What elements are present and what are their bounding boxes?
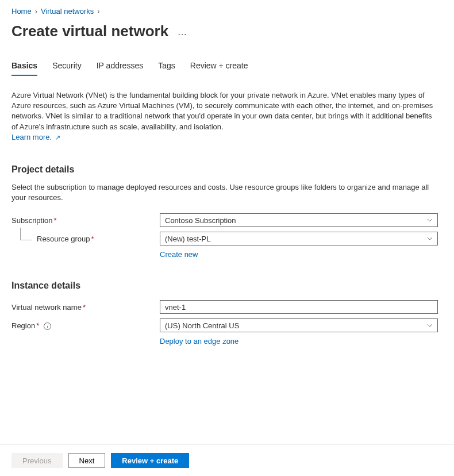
create-new-rg-link[interactable]: Create new — [160, 250, 198, 259]
chevron-down-icon — [427, 235, 433, 243]
tab-tags[interactable]: Tags — [158, 61, 175, 76]
resource-group-label: Resource group* — [11, 235, 160, 243]
project-details-heading: Project details — [11, 164, 443, 175]
tab-bar: Basics Security IP addresses Tags Review… — [11, 61, 443, 76]
tab-basics[interactable]: Basics — [11, 61, 37, 76]
chevron-right-icon: › — [35, 7, 37, 16]
tree-indent-icon — [20, 228, 32, 240]
tab-ip-addresses[interactable]: IP addresses — [97, 61, 143, 76]
subscription-label: Subscription* — [11, 216, 160, 225]
previous-button: Previous — [11, 453, 63, 468]
review-create-button[interactable]: Review + create — [111, 453, 189, 468]
page-title: Create virtual network — [11, 22, 168, 40]
instance-details-heading: Instance details — [11, 281, 443, 291]
chevron-down-icon — [427, 216, 433, 225]
intro-body: Azure Virtual Network (VNet) is the fund… — [11, 91, 433, 131]
more-actions-button[interactable]: ⋯ — [178, 29, 187, 39]
vnet-name-label: Virtual network name* — [11, 303, 160, 312]
footer-actions: Previous Next Review + create — [0, 444, 454, 476]
tab-security[interactable]: Security — [52, 61, 82, 76]
breadcrumb-home[interactable]: Home — [11, 7, 32, 16]
info-icon[interactable]: i — [44, 323, 51, 330]
region-select[interactable]: (US) North Central US — [160, 318, 438, 332]
region-label: Region* i — [11, 321, 160, 331]
subscription-value: Contoso Subscription — [165, 216, 236, 225]
subscription-select[interactable]: Contoso Subscription — [160, 213, 438, 227]
chevron-down-icon — [427, 321, 433, 330]
resource-group-select[interactable]: (New) test-PL — [160, 232, 438, 245]
resource-group-value: (New) test-PL — [165, 235, 210, 243]
tab-review-create[interactable]: Review + create — [190, 61, 248, 76]
intro-text: Azure Virtual Network (VNet) is the fund… — [11, 90, 437, 143]
project-details-desc: Select the subscription to manage deploy… — [11, 182, 437, 203]
deploy-edge-zone-link[interactable]: Deploy to an edge zone — [160, 337, 238, 346]
external-link-icon: ↗ — [55, 134, 60, 141]
breadcrumb-vnets[interactable]: Virtual networks — [41, 7, 94, 16]
next-button[interactable]: Next — [68, 453, 106, 468]
vnet-name-input[interactable] — [160, 300, 438, 314]
learn-more-text: Learn more. — [11, 133, 52, 141]
learn-more-link[interactable]: Learn more. ↗ — [11, 133, 60, 141]
chevron-right-icon: › — [97, 7, 99, 16]
breadcrumb: Home › Virtual networks › — [11, 6, 443, 16]
region-value: (US) North Central US — [165, 321, 239, 330]
